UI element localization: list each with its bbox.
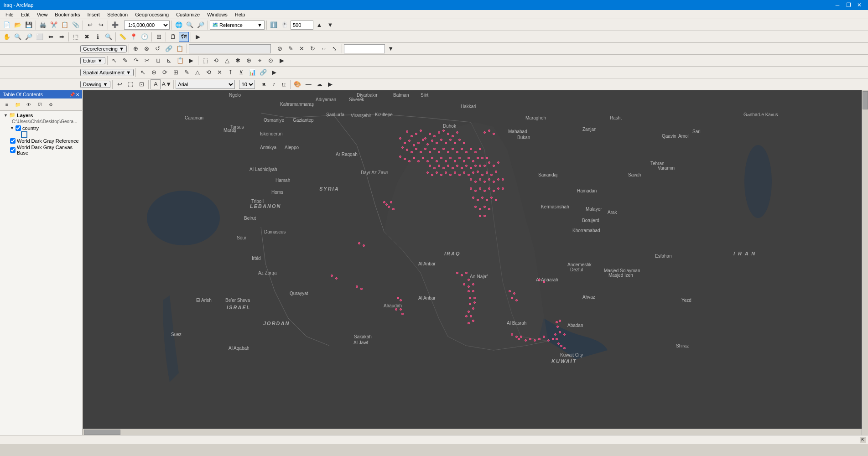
spatial-label[interactable]: Spatial Adjustment ▼ — [80, 69, 134, 76]
draw-end-btn[interactable]: ▶ — [325, 79, 335, 89]
layers-expand-icon[interactable]: ▼ — [4, 113, 8, 118]
menu-selection[interactable]: Selection — [104, 11, 131, 18]
georef-del-btn[interactable]: ✕ — [297, 44, 307, 54]
draw-btn1[interactable]: ↩ — [114, 79, 125, 89]
layer-country[interactable]: ▼ country — [3, 125, 81, 131]
new-btn[interactable]: 📄 — [2, 20, 12, 30]
georef-rot-btn[interactable]: ↻ — [308, 44, 318, 54]
edit-trace-btn[interactable]: ⊾ — [164, 56, 174, 66]
scale-value-input[interactable] — [291, 21, 313, 30]
layers-group-header[interactable]: ▼ 📁 Layers — [3, 112, 81, 119]
toc-visibility-btn[interactable]: 👁 — [24, 99, 34, 109]
editor-label[interactable]: Editor ▼ — [80, 57, 105, 64]
clear-sel-btn[interactable]: ✖ — [82, 32, 92, 42]
spatial-btn10[interactable]: ⊻ — [236, 67, 246, 78]
data-view-btn[interactable]: 🗺 — [179, 32, 189, 42]
spatial-btn1[interactable]: ↖ — [138, 67, 148, 78]
edit-end-btn[interactable]: ▶ — [277, 56, 287, 66]
restore-button[interactable]: ❐ — [843, 0, 853, 10]
spatial-btn2[interactable]: ⊕ — [149, 67, 159, 78]
font-size-select[interactable]: 10 — [239, 80, 255, 89]
fwd-extent-btn[interactable]: ➡ — [57, 32, 67, 42]
spatial-btn3[interactable]: ⟳ — [160, 67, 170, 78]
edit-tool1[interactable]: ⬚ — [200, 56, 210, 66]
menu-bookmarks[interactable]: Bookmarks — [51, 11, 83, 18]
close-button[interactable]: ✕ — [854, 0, 864, 10]
menu-view[interactable]: View — [33, 11, 52, 18]
map-area[interactable]: DiyarbakırBatmanSiirtHakkariMaraghehRash… — [83, 90, 868, 435]
spatial-btn11[interactable]: 📊 — [247, 67, 257, 78]
georef-scale-btn[interactable]: ⤡ — [330, 44, 340, 54]
cut-btn[interactable]: ✂️ — [49, 20, 59, 30]
identify-btn[interactable]: ℹ️ — [269, 20, 279, 30]
georef-snap-btn[interactable]: ⊘ — [275, 44, 285, 54]
spatial-end-btn[interactable]: ▶ — [269, 67, 279, 78]
minimize-button[interactable]: ─ — [832, 0, 842, 10]
spatial-btn6[interactable]: △ — [192, 67, 203, 78]
measure-btn[interactable]: 📏 — [118, 32, 128, 42]
draw-btn2[interactable]: ⬚ — [125, 79, 135, 89]
spatial-btn7[interactable]: ⟲ — [203, 67, 213, 78]
edit-attr-btn[interactable]: 📋 — [175, 56, 185, 66]
georef-btn1[interactable]: ⊕ — [131, 44, 141, 54]
add-data-btn[interactable]: ➕ — [110, 20, 120, 30]
georef-btn2[interactable]: ⊗ — [142, 44, 152, 54]
toc-pin-icon[interactable]: 📌 — [69, 92, 75, 97]
vertical-scrollbar[interactable] — [862, 90, 868, 435]
toc-source-view-btn[interactable]: 📁 — [13, 99, 23, 109]
draw-textcolor-btn[interactable]: A▼ — [161, 79, 172, 89]
scale-dropdown[interactable]: 1:6,000,000 — [124, 21, 170, 30]
zoom-out-btn[interactable]: 🔎 — [196, 20, 206, 30]
menu-file[interactable]: File — [2, 11, 17, 18]
wdgr-checkbox[interactable] — [10, 138, 16, 144]
bold-button[interactable]: B — [259, 80, 268, 89]
edit-tool2[interactable]: ⟲ — [211, 56, 221, 66]
pan-btn[interactable]: ✋ — [2, 32, 12, 42]
toc-options-btn[interactable]: ⚙ — [46, 99, 56, 109]
georef-label[interactable]: Georeferencing ▼ — [80, 45, 127, 52]
identify-tool-btn[interactable]: ℹ — [93, 32, 103, 42]
zoom-out-map-btn[interactable]: 🔎 — [24, 32, 34, 42]
horizontal-scrollbar[interactable] — [83, 429, 862, 435]
draw-btn3[interactable]: ⊡ — [136, 79, 146, 89]
georef-edit-btn[interactable]: ✎ — [286, 44, 296, 54]
find-btn[interactable]: 🔍 — [104, 32, 114, 42]
reference-dropdown[interactable]: 🗺️ Reference ▼ — [210, 21, 265, 30]
georef-more-btn[interactable]: ▼ — [386, 44, 396, 54]
menu-edit[interactable]: Edit — [17, 11, 33, 18]
underline-button[interactable]: U — [279, 80, 288, 89]
edit-union-btn[interactable]: ⊔ — [153, 56, 163, 66]
more-tools-btn[interactable]: ⊞ — [154, 32, 164, 42]
drawing-label[interactable]: Drawing ▼ — [80, 81, 110, 88]
time-slider-btn[interactable]: 🕐 — [140, 32, 150, 42]
edit-arrow-btn[interactable]: ↖ — [109, 56, 120, 66]
spatial-btn8[interactable]: ✕ — [214, 67, 224, 78]
draw-line-btn[interactable]: — — [303, 79, 313, 89]
georef-coord-input[interactable] — [344, 44, 385, 53]
draw-fill-btn[interactable]: 🎨 — [292, 79, 302, 89]
georef-btn5[interactable]: 📋 — [175, 44, 185, 54]
edit-more-btn[interactable]: ▶ — [186, 56, 196, 66]
zoom-in-map-btn[interactable]: 🔍 — [13, 32, 23, 42]
select-btn[interactable]: 🖱️ — [280, 20, 290, 30]
spatial-btn4[interactable]: ⊞ — [171, 67, 181, 78]
edit-tool4[interactable]: ✱ — [233, 56, 243, 66]
wdgcb-checkbox[interactable] — [10, 147, 16, 153]
toc-list-view-btn[interactable]: ≡ — [2, 99, 12, 109]
spatial-btn5[interactable]: ✎ — [182, 67, 192, 78]
menu-customize[interactable]: Customize — [172, 11, 203, 18]
georef-btn4[interactable]: 🔗 — [164, 44, 174, 54]
country-expand-icon[interactable]: ▼ — [10, 126, 14, 130]
edit-tool7[interactable]: ⊙ — [266, 56, 276, 66]
font-select[interactable]: Arial — [176, 80, 235, 89]
spatial-btn9[interactable]: ⊺ — [225, 67, 235, 78]
edit-tool5[interactable]: ⊕ — [244, 56, 254, 66]
edit-tool6[interactable]: ⌖ — [255, 56, 265, 66]
toc-close-icon[interactable]: ✕ — [76, 92, 79, 97]
country-checkbox[interactable] — [16, 125, 21, 131]
menu-windows[interactable]: Windows — [203, 11, 231, 18]
open-btn[interactable]: 📂 — [13, 20, 23, 30]
print-btn[interactable]: 🖨️ — [38, 20, 48, 30]
scale-down-btn[interactable]: ▼ — [325, 20, 335, 30]
zoom-full-btn[interactable]: 🌐 — [174, 20, 184, 30]
